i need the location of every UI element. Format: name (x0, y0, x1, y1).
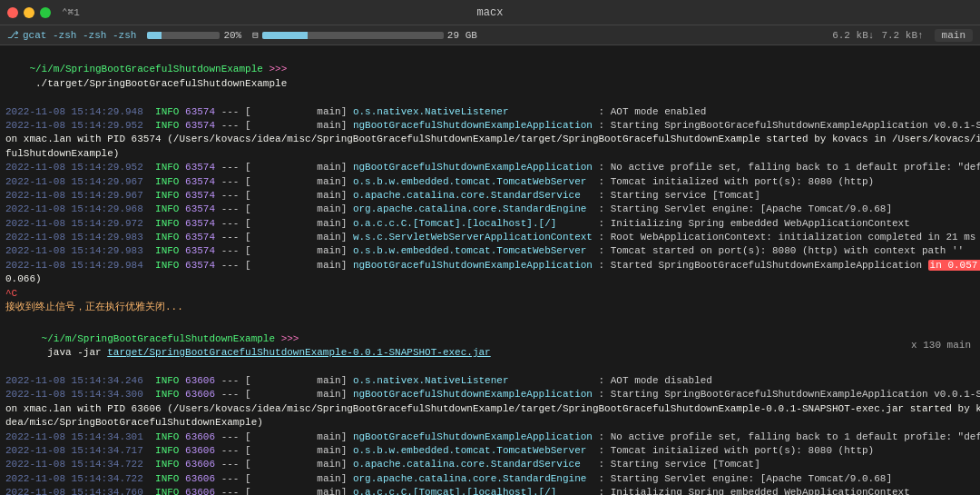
titlebar: ⌃⌘1 macx (0, 0, 980, 25)
log2-line-5: 2022-11-08 15:14:34.722 INFO 63606 --- [… (5, 458, 975, 471)
log-long-1: on xmac.lan with PID 63574 (/Users/kovac… (5, 133, 975, 146)
storage-bar (262, 32, 444, 39)
command-text-2: java -jar target/SpringBootGracefulShutd… (42, 347, 491, 358)
cpu-usage: 20% (147, 30, 241, 41)
terminal-content[interactable]: ~/i/m/SpringBootGracefulShutdownExample … (0, 45, 980, 495)
log-line-6: 2022-11-08 15:14:29.968 INFO 63574 --- [… (5, 203, 975, 216)
log-line-4: 2022-11-08 15:14:29.967 INFO 63574 --- [… (5, 175, 975, 189)
log-overflow-1: 0.066) (5, 272, 975, 286)
shell-info: gcat -zsh -zsh -zsh (23, 30, 136, 41)
log-line-10: 2022-11-08 15:14:29.984 INFO 63574 --- [… (5, 259, 975, 272)
statusbar: ⎇ gcat -zsh -zsh -zsh 20% ⊟ 29 GB 6.2 kB… (0, 25, 980, 45)
tab-indicator: main (935, 29, 973, 42)
git-status: ⎇ gcat -zsh -zsh -zsh (7, 29, 136, 41)
net-up: 7.2 kB↑ (881, 30, 923, 41)
tab-label: ⌃⌘1 (62, 6, 80, 18)
log2-line-6: 2022-11-08 15:14:34.722 INFO 63606 --- [… (5, 472, 975, 486)
prompt-text-1: ~/i/m/SpringBootGracefulShutdownExample … (29, 64, 287, 74)
log2-long-1: on xmac.lan with PID 63606 (/Users/kovac… (5, 402, 975, 416)
maximize-button[interactable] (40, 7, 51, 18)
storage-icon: ⊟ (252, 29, 259, 41)
log-line-2: 2022-11-08 15:14:29.952 INFO 63574 --- [… (5, 119, 975, 133)
log2-line-7: 2022-11-08 15:14:34.760 INFO 63606 --- [… (5, 486, 975, 495)
net-down: 6.2 kB↓ (832, 30, 874, 41)
storage-usage: ⊟ 29 GB (252, 29, 477, 41)
window-title: macx (477, 6, 504, 19)
command-text-1: ./target/SpringBootGracefulShutdownExamp… (29, 78, 287, 89)
ctrl-c-1: ^C (5, 287, 975, 301)
log-line-9: 2022-11-08 15:14:29.983 INFO 63574 --- [… (5, 244, 975, 258)
log2-line-4: 2022-11-08 15:14:34.717 INFO 63606 --- [… (5, 444, 975, 458)
log2-long-1b: dea/misc/SpringBootGracefulShutdownExamp… (5, 416, 975, 430)
shutdown-msg-1: 接收到终止信号，正在执行优雅关闭... (5, 301, 975, 314)
log-line-3: 2022-11-08 15:14:29.952 INFO 63574 --- [… (5, 161, 975, 174)
log2-line-1: 2022-11-08 15:14:34.246 INFO 63606 --- [… (5, 374, 975, 388)
prompt-line-2: ~/i/m/SpringBootGracefulShutdownExample … (5, 318, 491, 374)
storage-label: 29 GB (447, 30, 477, 41)
log-line-8: 2022-11-08 15:14:29.983 INFO 63574 --- [… (5, 231, 975, 244)
log-line-5: 2022-11-08 15:14:29.967 INFO 63574 --- [… (5, 189, 975, 203)
prompt-line-1: ~/i/m/SpringBootGracefulShutdownExample … (5, 49, 975, 105)
log-line-7: 2022-11-08 15:14:29.972 INFO 63574 --- [… (5, 217, 975, 231)
storage-fill (262, 32, 308, 39)
log-long-1b: fulShutdownExample) (5, 147, 975, 161)
log-line-1: 2022-11-08 15:14:29.948 INFO 63574 --- [… (5, 105, 975, 119)
cpu-bar (147, 32, 220, 39)
prompt-text-2: ~/i/m/SpringBootGracefulShutdownExample … (42, 333, 299, 344)
git-icon: ⎇ (7, 29, 19, 41)
exit-code-2: x 130 main (911, 339, 971, 353)
traffic-lights (7, 7, 51, 18)
cpu-percent: 20% (223, 30, 241, 41)
minimize-button[interactable] (24, 7, 34, 18)
network-status: 6.2 kB↓ 7.2 kB↑ (832, 30, 923, 41)
cpu-fill (147, 32, 162, 39)
log2-line-3: 2022-11-08 15:14:34.301 INFO 63606 --- [… (5, 431, 975, 444)
log2-line-2: 2022-11-08 15:14:34.300 INFO 63606 --- [… (5, 388, 975, 401)
highlight-seconds-1: in 0.057 seconds (928, 260, 980, 271)
close-button[interactable] (7, 7, 18, 18)
